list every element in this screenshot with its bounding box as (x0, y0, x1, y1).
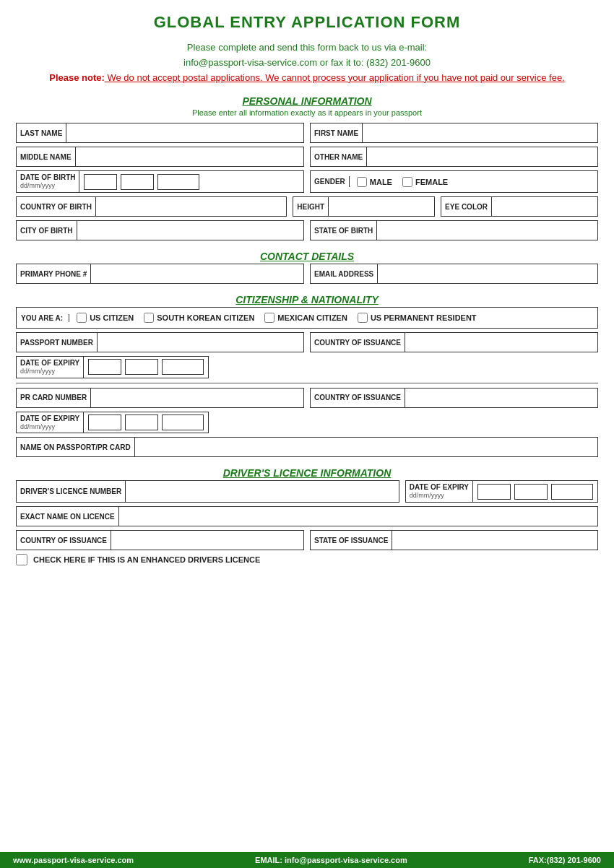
city-of-birth-input[interactable] (77, 221, 303, 240)
gender-male-option[interactable]: MALE (357, 177, 392, 187)
state-of-birth-input[interactable] (377, 221, 597, 240)
eye-color-input[interactable] (492, 197, 597, 216)
pr-card-input[interactable] (91, 389, 303, 407)
height-eye-group: HEIGHT EYE COLOR (293, 196, 598, 217)
gender-female-label: FEMALE (415, 178, 448, 186)
email-label: EMAIL ADDRESS (311, 264, 378, 283)
height-group: HEIGHT (293, 196, 435, 217)
pr-country-issuance-label: COUNTRY OF ISSUANCE (311, 389, 405, 407)
first-name-input[interactable] (363, 123, 597, 142)
row-passport-expiry: DATE OF EXPIRY dd/mm/yyyy (16, 356, 598, 378)
cit-pr-checkbox[interactable] (358, 313, 368, 323)
dob-year-input[interactable] (157, 174, 199, 190)
exact-name-input[interactable] (119, 507, 597, 526)
country-of-birth-input[interactable] (96, 197, 286, 216)
cit-mx-label: MEXICAN CITIZEN (277, 313, 347, 322)
cit-mx-checkbox[interactable] (264, 313, 274, 323)
passport-number-label: PASSPORT NUMBER (17, 333, 98, 352)
pr-card-label: PR CARD NUMBER (17, 389, 91, 407)
row-exact-name: EXACT NAME ON LICENCE (16, 506, 598, 526)
passport-country-issuance-label: COUNTRY OF ISSUANCE (311, 333, 405, 352)
footer-website: www.passport-visa-service.com (13, 856, 134, 864)
row-other-name: MIDDLE NAME OTHER NAME (16, 147, 598, 167)
height-input[interactable] (329, 197, 434, 216)
dob-month-input[interactable] (121, 174, 154, 190)
gender-group: GENDER MALE FEMALE (310, 170, 598, 193)
passport-expiry-month[interactable] (125, 359, 158, 375)
gender-options: MALE FEMALE (350, 177, 455, 187)
section-subtitle-personal: Please enter all information exactly as … (16, 108, 598, 117)
footer-fax: FAX:(832) 201-9600 (529, 856, 601, 864)
licence-expiry-year[interactable] (551, 484, 593, 500)
middle-name-label: MIDDLE NAME (17, 147, 76, 166)
email-input[interactable] (378, 264, 597, 283)
state-of-birth-group: STATE OF BIRTH (310, 220, 598, 240)
licence-expiry-month[interactable] (514, 484, 548, 500)
passport-expiry-label: DATE OF EXPIRY dd/mm/yyyy (17, 357, 84, 378)
licence-expiry-boxes (473, 481, 597, 502)
pr-expiry-label: DATE OF EXPIRY dd/mm/yyyy (17, 412, 84, 433)
city-of-birth-group: CITY OF BIRTH (16, 220, 304, 240)
enhanced-checkbox[interactable] (16, 554, 27, 565)
primary-phone-input[interactable] (91, 264, 303, 283)
pr-expiry-day[interactable] (88, 415, 121, 430)
pr-expiry-group: DATE OF EXPIRY dd/mm/yyyy (16, 412, 209, 434)
licence-expiry-day[interactable] (477, 484, 511, 500)
row-name: LAST NAME FIRST NAME (16, 123, 598, 143)
gender-female-option[interactable]: FEMALE (402, 177, 448, 187)
gender-male-label: MALE (370, 178, 392, 186)
licence-state-issuance-input[interactable] (392, 531, 597, 550)
gender-male-checkbox[interactable] (357, 177, 367, 187)
country-of-birth-group: COUNTRY OF BIRTH (16, 196, 287, 217)
licence-country-issuance-input[interactable] (111, 531, 303, 550)
section-title-personal: PERSONAL INFORMATION (16, 95, 598, 107)
pr-expiry-month[interactable] (125, 415, 158, 430)
licence-number-label: DRIVER'S LICENCE NUMBER (17, 481, 126, 502)
licence-expiry-group: DATE OF EXPIRY dd/mm/yyyy (405, 480, 598, 503)
cit-pr[interactable]: US PERMANENT RESIDENT (358, 313, 477, 323)
cit-options: US CITIZEN SOUTH KOREAN CITIZEN MEXICAN … (77, 313, 476, 323)
intro-warning: Please note: We do not accept postal app… (16, 71, 598, 86)
row-name-passport: NAME ON PASSPORT/PR CARD (16, 437, 598, 457)
passport-expiry-year[interactable] (162, 359, 204, 375)
passport-country-issuance-input[interactable] (405, 333, 597, 352)
pr-expiry-boxes (84, 412, 208, 433)
row-licence-number: DRIVER'S LICENCE NUMBER DATE OF EXPIRY d… (16, 480, 598, 503)
middle-name-input[interactable] (76, 147, 303, 166)
row-pr-card: PR CARD NUMBER COUNTRY OF ISSUANCE (16, 388, 598, 408)
cit-mexican[interactable]: MEXICAN CITIZEN (264, 313, 347, 323)
row-city-state-birth: CITY OF BIRTH STATE OF BIRTH (16, 220, 598, 240)
cit-us-checkbox[interactable] (77, 313, 87, 323)
intro-line1: Please complete and send this form back … (16, 40, 598, 56)
middle-name-group: MIDDLE NAME (16, 147, 304, 167)
cit-us-citizen[interactable]: US CITIZEN (77, 313, 134, 323)
passport-number-input[interactable] (98, 333, 303, 352)
passport-expiry-day[interactable] (88, 359, 121, 375)
other-name-group: OTHER NAME (310, 147, 598, 167)
pr-country-issuance-group: COUNTRY OF ISSUANCE (310, 388, 598, 408)
licence-number-input[interactable] (126, 481, 399, 502)
cit-sk-checkbox[interactable] (144, 313, 154, 323)
gender-female-checkbox[interactable] (402, 177, 412, 187)
passport-expiry-group: DATE OF EXPIRY dd/mm/yyyy (16, 356, 209, 378)
other-name-input[interactable] (367, 147, 597, 166)
cit-sk-label: SOUTH KOREAN CITIZEN (157, 313, 254, 322)
exact-name-group: EXACT NAME ON LICENCE (16, 506, 598, 526)
last-name-input[interactable] (66, 123, 303, 142)
country-of-birth-label: COUNTRY OF BIRTH (17, 197, 96, 216)
pr-card-group: PR CARD NUMBER (16, 388, 304, 408)
eye-color-group: EYE COLOR (441, 196, 598, 217)
name-on-passport-input[interactable] (135, 438, 597, 456)
you-are-label: YOU ARE A: (21, 314, 69, 322)
primary-phone-group: PRIMARY PHONE # (16, 264, 304, 284)
dob-day-input[interactable] (84, 174, 117, 190)
passport-number-group: PASSPORT NUMBER (16, 332, 304, 352)
last-name-group: LAST NAME (16, 123, 304, 143)
row-contact: PRIMARY PHONE # EMAIL ADDRESS (16, 264, 598, 284)
pr-expiry-year[interactable] (162, 415, 204, 430)
row-licence-issuance: COUNTRY OF ISSUANCE STATE OF ISSUANCE (16, 530, 598, 550)
dob-group: DATE OF BIRTH dd/mm/yyyy (16, 170, 304, 193)
eye-color-label: EYE COLOR (441, 197, 492, 216)
cit-south-korean[interactable]: SOUTH KOREAN CITIZEN (144, 313, 254, 323)
pr-country-issuance-input[interactable] (405, 389, 597, 407)
